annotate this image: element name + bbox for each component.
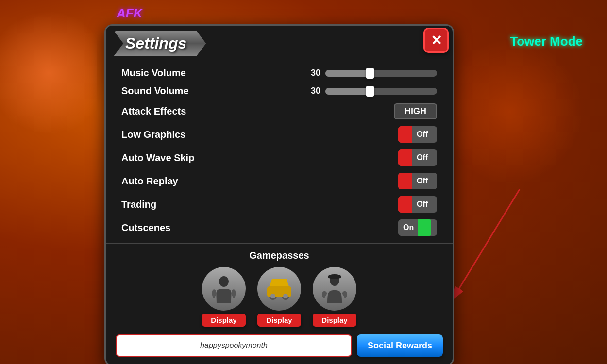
toggle-red-trading — [398, 196, 412, 213]
setting-row-auto-replay: Auto Replay Off — [121, 169, 437, 193]
svg-point-2 — [219, 276, 229, 287]
display-button-1[interactable]: Display — [202, 314, 245, 327]
tower-mode-label: Tower Mode — [510, 34, 583, 49]
gamepass-item-1: Display — [202, 267, 246, 327]
setting-label-auto-replay: Auto Replay — [121, 176, 178, 187]
bg-blur-right — [437, 39, 583, 184]
toggle-off-label-trading: Off — [412, 200, 433, 209]
modal-content: Music Volume 30 Sound Volume 30 — [106, 60, 453, 239]
gamepass-item-3: Display — [313, 267, 356, 327]
toggle-red-auto-replay — [398, 173, 412, 189]
slider-group-music: 30 — [307, 68, 437, 78]
setting-label-sound-volume: Sound Volume — [121, 85, 189, 97]
setting-label-cutscenes: Cutscenes — [121, 222, 170, 233]
divider — [106, 243, 453, 244]
slider-value-sound: 30 — [307, 86, 320, 96]
gamepass-circle-1 — [202, 267, 246, 311]
toggle-off-label-auto-wave-skip: Off — [412, 153, 433, 162]
setting-label-low-graphics: Low Graphics — [121, 129, 185, 140]
setting-row-sound-volume: Sound Volume 30 — [121, 82, 437, 100]
svg-point-6 — [270, 294, 275, 298]
slider-track-sound[interactable] — [325, 88, 437, 95]
toggle-red-low-graphics — [398, 126, 412, 143]
modal-bottom: Social Rewards — [106, 331, 453, 357]
setting-row-cutscenes: Cutscenes On — [121, 216, 437, 239]
social-rewards-button[interactable]: Social Rewards — [357, 334, 443, 357]
modal-title-bg: Settings — [114, 31, 206, 56]
modal-header: Settings ✕ — [106, 26, 453, 56]
svg-rect-10 — [329, 275, 340, 277]
gamepasses-section: Gamepasses Display — [106, 248, 453, 331]
toggle-low-graphics[interactable]: Off — [398, 126, 437, 143]
close-button[interactable]: ✕ — [423, 28, 449, 53]
setting-label-music-volume: Music Volume — [121, 67, 186, 79]
toggle-on-label-cutscenes: On — [398, 223, 418, 232]
gamepass-circle-3 — [313, 267, 356, 311]
setting-row-attack-effects: Attack Effects HIGH — [121, 100, 437, 123]
toggle-trading[interactable]: Off — [398, 196, 437, 213]
gamepasses-row: Display D — [106, 267, 453, 327]
modal-title: Settings — [125, 34, 186, 52]
setting-row-auto-wave-skip: Auto Wave Skip Off — [121, 146, 437, 169]
toggle-auto-replay[interactable]: Off — [398, 173, 437, 189]
toggle-green-cutscenes — [418, 219, 431, 236]
afk-label: AFK — [117, 6, 142, 21]
bg-blur-left — [0, 0, 97, 146]
toggle-red-auto-wave-skip — [398, 149, 412, 166]
slider-value-music: 30 — [307, 68, 320, 78]
attack-effects-badge[interactable]: HIGH — [394, 103, 437, 119]
gamepass-item-2: Display — [257, 267, 301, 327]
setting-row-music-volume: Music Volume 30 — [121, 64, 437, 82]
setting-row-low-graphics: Low Graphics Off — [121, 123, 437, 146]
toggle-off-label-auto-replay: Off — [412, 177, 433, 185]
setting-label-attack-effects: Attack Effects — [121, 106, 186, 117]
display-button-2[interactable]: Display — [257, 314, 301, 327]
toggle-cutscenes[interactable]: On — [398, 219, 437, 236]
display-button-3[interactable]: Display — [313, 314, 356, 327]
setting-label-auto-wave-skip: Auto Wave Skip — [121, 152, 194, 164]
toggle-off-label-low-graphics: Off — [412, 130, 433, 139]
setting-label-trading: Trading — [121, 199, 156, 210]
gamepasses-title: Gamepasses — [106, 250, 453, 261]
svg-point-7 — [283, 294, 288, 298]
gamepass-circle-2 — [257, 267, 301, 311]
setting-row-trading: Trading Off — [121, 193, 437, 216]
toggle-auto-wave-skip[interactable]: Off — [398, 149, 437, 166]
slider-track-music[interactable] — [325, 70, 437, 77]
slider-group-sound: 30 — [307, 86, 437, 96]
code-input[interactable] — [116, 334, 352, 357]
settings-modal: Settings ✕ Music Volume 30 Sound Volume — [104, 24, 454, 364]
